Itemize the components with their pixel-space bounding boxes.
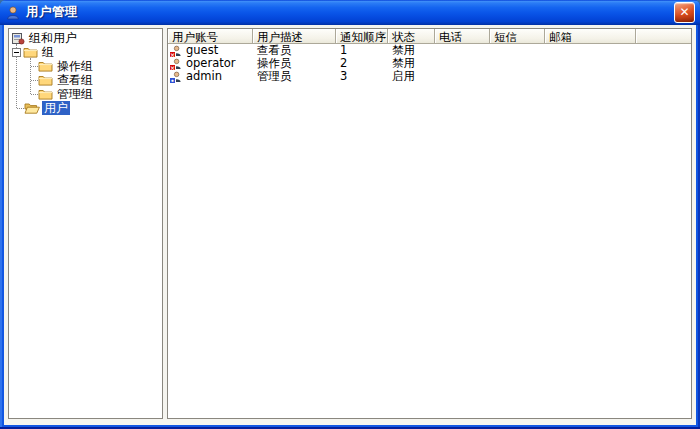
notify-order: 2 <box>336 57 388 70</box>
user-description: 查看员 <box>253 44 336 57</box>
user-status: 禁用 <box>388 44 435 57</box>
disabled-badge <box>169 51 176 58</box>
user-icon <box>5 5 21 21</box>
column-header-description[interactable]: 用户描述 <box>253 29 336 44</box>
user-sms <box>490 44 545 57</box>
close-button[interactable]: ✕ <box>674 2 695 23</box>
user-phone <box>435 44 490 57</box>
tree-item-label[interactable]: 查看组 <box>55 73 95 87</box>
column-header-notify-order[interactable]: 通知顺序 <box>336 29 388 44</box>
user-status: 启用 <box>388 70 435 83</box>
window-title: 用户管理 <box>26 4 669 21</box>
folder-icon <box>38 74 53 86</box>
user-email <box>545 44 636 57</box>
user-email <box>545 70 636 83</box>
open-folder-icon <box>24 102 40 114</box>
title-bar[interactable]: 用户管理 ✕ <box>0 0 700 25</box>
user-list-panel: 用户账号 用户描述 通知顺序 状态 电话 短信 邮箱 <box>167 28 692 419</box>
client-area: 组和用户 组 <box>4 25 696 425</box>
tree-item-view-group[interactable]: 查看组 <box>9 73 162 87</box>
tree-item-manage-group[interactable]: 管理组 <box>9 87 162 101</box>
user-status: 禁用 <box>388 57 435 70</box>
folder-icon <box>38 88 53 100</box>
user-account: operator <box>186 57 235 70</box>
user-email <box>545 57 636 70</box>
column-header-sms[interactable]: 短信 <box>490 29 545 44</box>
notify-order: 1 <box>336 44 388 57</box>
column-header-status[interactable]: 状态 <box>388 29 435 44</box>
user-account: guest <box>186 44 218 57</box>
notify-order: 3 <box>336 70 388 83</box>
user-sms <box>490 70 545 83</box>
tree-item-label[interactable]: 组和用户 <box>27 31 79 45</box>
user-sms <box>490 57 545 70</box>
user-phone <box>435 70 490 83</box>
disabled-badge <box>169 64 176 71</box>
column-header-email[interactable]: 邮箱 <box>545 29 636 44</box>
user-description: 操作员 <box>253 57 336 70</box>
table-row[interactable]: guest 查看员 1 禁用 <box>168 44 691 57</box>
list-header: 用户账号 用户描述 通知顺序 状态 电话 短信 邮箱 <box>168 29 691 44</box>
user-account-cell: guest <box>168 44 253 57</box>
user-disabled-icon <box>170 45 183 57</box>
folder-icon <box>23 46 38 58</box>
user-enabled-icon <box>170 71 183 83</box>
column-header-phone[interactable]: 电话 <box>435 29 490 44</box>
user-account-cell: operator <box>168 57 253 70</box>
tree-item-operation-group[interactable]: 操作组 <box>9 59 162 73</box>
column-header-account[interactable]: 用户账号 <box>168 29 253 44</box>
user-disabled-icon <box>170 58 183 70</box>
tree-item-groups-and-users[interactable]: 组和用户 <box>9 31 162 45</box>
folder-icon <box>38 60 53 72</box>
tree-item-label[interactable]: 组 <box>40 45 56 59</box>
tree-item-group[interactable]: 组 <box>9 45 162 59</box>
user-phone <box>435 57 490 70</box>
user-description: 管理员 <box>253 70 336 83</box>
user-management-window: 用户管理 ✕ <box>0 0 700 429</box>
groups-users-icon <box>11 32 25 45</box>
table-row[interactable]: admin 管理员 3 启用 <box>168 70 691 83</box>
tree-item-label[interactable]: 操作组 <box>55 59 95 73</box>
column-header-blank <box>636 29 691 44</box>
tree-item-users[interactable]: 用户 <box>9 101 162 115</box>
user-account-cell: admin <box>168 70 253 83</box>
user-account: admin <box>186 70 222 83</box>
collapse-expander-icon[interactable] <box>12 48 21 57</box>
table-row[interactable]: operator 操作员 2 禁用 <box>168 57 691 70</box>
tree-panel: 组和用户 组 <box>8 28 163 419</box>
enabled-badge <box>169 77 176 84</box>
tree-item-label[interactable]: 管理组 <box>55 87 95 101</box>
tree-view: 组和用户 组 <box>9 29 162 418</box>
tree-item-label[interactable]: 用户 <box>42 101 70 115</box>
